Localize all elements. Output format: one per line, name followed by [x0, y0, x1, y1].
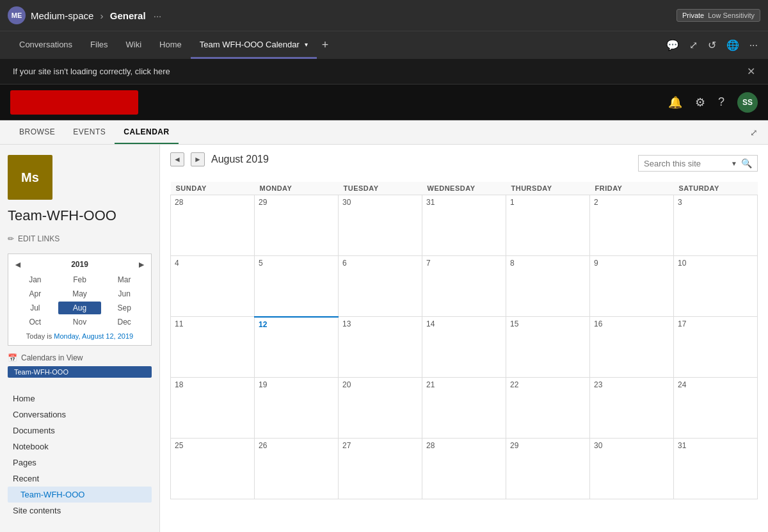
tab-events[interactable]: EVENTS	[64, 120, 115, 144]
day-number: 2	[594, 198, 598, 207]
calendar-cell[interactable]: 20	[339, 378, 422, 439]
tab-conversations[interactable]: Conversations	[10, 31, 81, 59]
calendar-badge[interactable]: Team-WFH-OOO	[8, 366, 152, 378]
close-icon[interactable]: ✕	[747, 65, 755, 77]
next-month-button[interactable]: ►	[191, 152, 205, 166]
chat-icon[interactable]: 💬	[666, 39, 679, 51]
prev-year-button[interactable]: ◄	[13, 259, 22, 270]
tab-browse[interactable]: BROWSE	[10, 120, 64, 144]
calendar-cell[interactable]: 13	[339, 317, 422, 378]
refresh-icon[interactable]: ↺	[708, 39, 716, 51]
calendar-cell[interactable]: 31	[674, 439, 758, 499]
month-jun[interactable]: Jun	[102, 287, 146, 300]
next-year-button[interactable]: ►	[137, 259, 146, 270]
expand-icon[interactable]: ⤢	[689, 39, 698, 51]
globe-icon[interactable]: 🌐	[726, 39, 739, 51]
calendar-cell[interactable]: 24	[674, 378, 758, 439]
month-may[interactable]: May	[58, 287, 102, 300]
calendar-cell[interactable]: 29	[255, 195, 339, 256]
calendar-cell[interactable]: 25	[171, 439, 255, 499]
calendar-cell[interactable]: 4	[171, 256, 255, 317]
tab-files[interactable]: Files	[81, 31, 116, 59]
calendar-cell[interactable]: 30	[590, 439, 674, 499]
sidebar-item-home[interactable]: Home	[8, 391, 152, 407]
calendar-cell[interactable]: 9	[590, 256, 674, 317]
calendar-cell[interactable]: 27	[339, 439, 422, 499]
calendars-in-view-header: 📅 Calendars in View	[8, 353, 152, 362]
channel-ellipsis[interactable]: ···	[154, 10, 162, 21]
user-avatar[interactable]: SS	[737, 92, 758, 113]
day-number: 7	[426, 259, 431, 268]
tab-home[interactable]: Home	[150, 31, 191, 59]
sidebar-item-recent[interactable]: Recent	[8, 471, 152, 487]
month-nov[interactable]: Nov	[58, 316, 102, 328]
sp-tabs-left: BROWSE EVENTS CALENDAR	[10, 120, 179, 144]
today-date-link[interactable]: Monday, August 12, 2019	[54, 332, 133, 340]
gear-icon[interactable]: ⚙	[695, 95, 705, 109]
calendar-cell[interactable]: 12	[255, 317, 339, 378]
day-number: 24	[678, 380, 686, 389]
sidebar-item-notebook[interactable]: Notebook	[8, 439, 152, 455]
calendar-cell[interactable]: 5	[255, 256, 339, 317]
calendar-cell[interactable]: 16	[590, 317, 674, 378]
calendar-cell[interactable]: 14	[422, 317, 506, 378]
calendar-cell[interactable]: 28	[422, 439, 506, 499]
tab-calendar[interactable]: Team WFH-OOO Calendar ▾	[191, 31, 317, 59]
cal-month-title: August 2019	[211, 154, 269, 165]
calendar-cell[interactable]: 6	[339, 256, 422, 317]
calendar-cell[interactable]: 21	[422, 378, 506, 439]
calendar-cell[interactable]: 15	[506, 317, 590, 378]
add-tab-button[interactable]: +	[317, 38, 334, 52]
search-icon[interactable]: 🔍	[741, 158, 752, 168]
calendar-cell[interactable]: 3	[674, 195, 758, 256]
calendar-week-row: 18192021222324	[171, 378, 758, 439]
month-mar[interactable]: Mar	[102, 273, 146, 286]
sidebar-item-site-contents[interactable]: Site contents	[8, 503, 152, 519]
col-thursday: THURSDAY	[506, 182, 590, 195]
month-oct[interactable]: Oct	[13, 316, 57, 328]
nav-right: 💬 ⤢ ↺ 🌐 ···	[666, 39, 758, 51]
sidebar-item-documents[interactable]: Documents	[8, 423, 152, 439]
prev-month-button[interactable]: ◄	[170, 152, 184, 166]
calendar-cell[interactable]: 28	[171, 195, 255, 256]
month-jan[interactable]: Jan	[13, 273, 57, 286]
dropdown-arrow-icon[interactable]: ▼	[731, 160, 737, 167]
calendar-cell[interactable]: 17	[674, 317, 758, 378]
month-dec[interactable]: Dec	[102, 316, 146, 328]
day-number: 17	[678, 319, 686, 328]
calendar-cell[interactable]: 1	[506, 195, 590, 256]
month-aug[interactable]: Aug	[58, 302, 102, 314]
month-sep[interactable]: Sep	[102, 302, 146, 314]
calendar-cell[interactable]: 22	[506, 378, 590, 439]
calendar-week-row: 45678910	[171, 256, 758, 317]
month-feb[interactable]: Feb	[58, 273, 102, 286]
calendar-cell[interactable]: 8	[506, 256, 590, 317]
tab-calendar-sp[interactable]: CALENDAR	[115, 120, 178, 144]
tab-wiki[interactable]: Wiki	[117, 31, 151, 59]
sidebar-subitem-team-wfh-ooo[interactable]: Team-WFH-OOO	[8, 487, 152, 503]
more-icon[interactable]: ···	[749, 40, 758, 51]
calendar-cell[interactable]: 10	[674, 256, 758, 317]
edit-links-button[interactable]: ✏ EDIT LINKS	[8, 234, 152, 243]
bell-icon[interactable]: 🔔	[668, 95, 682, 109]
calendar-cell[interactable]: 26	[255, 439, 339, 499]
calendar-cell[interactable]: 23	[590, 378, 674, 439]
notification-message[interactable]: If your site isn't loading correctly, cl…	[13, 67, 170, 76]
calendar-cell[interactable]: 31	[422, 195, 506, 256]
calendar-cell[interactable]: 30	[339, 195, 422, 256]
expand-icon-sp[interactable]: ⤢	[750, 127, 758, 138]
search-input[interactable]	[644, 159, 727, 168]
mini-cal-year: 2019	[71, 260, 88, 269]
day-number: 18	[175, 380, 183, 389]
sidebar-item-conversations[interactable]: Conversations	[8, 407, 152, 423]
sidebar-item-pages[interactable]: Pages	[8, 455, 152, 471]
month-apr[interactable]: Apr	[13, 287, 57, 300]
month-jul[interactable]: Jul	[13, 302, 57, 314]
calendar-cell[interactable]: 7	[422, 256, 506, 317]
calendar-cell[interactable]: 19	[255, 378, 339, 439]
help-icon[interactable]: ?	[718, 95, 724, 109]
calendar-cell[interactable]: 2	[590, 195, 674, 256]
calendar-cell[interactable]: 18	[171, 378, 255, 439]
calendar-cell[interactable]: 29	[506, 439, 590, 499]
calendar-cell[interactable]: 11	[171, 317, 255, 378]
